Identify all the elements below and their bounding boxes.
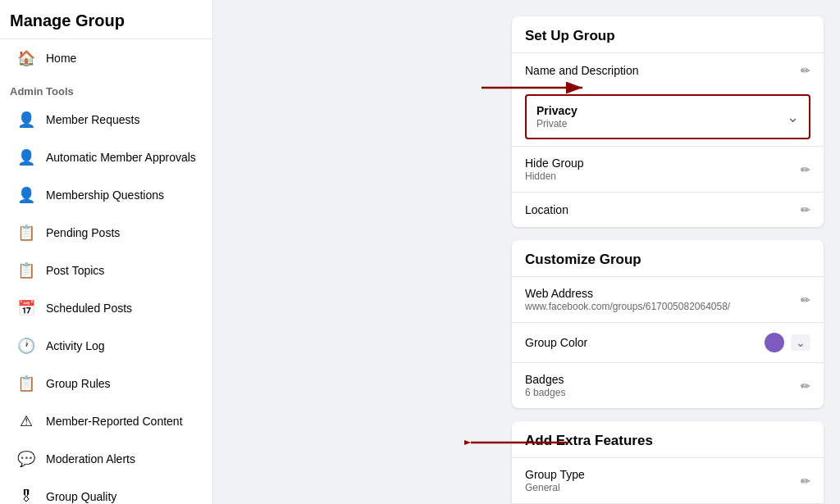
activity-log-icon: 🕐 <box>15 334 38 357</box>
badges-sublabel: 6 badges <box>525 387 565 398</box>
hide-group-label: Hide Group <box>525 157 584 170</box>
privacy-label: Privacy <box>536 104 578 117</box>
location-label: Location <box>525 203 568 216</box>
sidebar-item-pending-posts[interactable]: 📋 Pending Posts <box>5 215 208 251</box>
page-title: Manage Group <box>0 0 212 39</box>
sidebar-item-automatic-member-approvals[interactable]: 👤 Automatic Member Approvals <box>5 139 208 175</box>
arrow-right <box>477 75 592 100</box>
admin-tools-label: Admin Tools <box>0 77 212 101</box>
sidebar-item-member-requests[interactable]: 👤 Member Requests <box>5 102 208 138</box>
group-type-label: Group Type <box>525 468 585 481</box>
moderation-alerts-icon: 💬 <box>15 447 38 470</box>
sidebar-item-membership-questions[interactable]: 👤 Membership Questions <box>5 177 208 213</box>
privacy-chevron-icon <box>787 108 799 126</box>
customize-group-section: Customize Group Web Address www.facebook… <box>512 240 824 408</box>
reported-content-icon: ⚠ <box>15 410 38 433</box>
arrow-left <box>464 430 571 455</box>
sidebar-item-member-reported-content[interactable]: ⚠ Member-Reported Content <box>5 403 208 439</box>
location-row[interactable]: Location <box>512 192 824 227</box>
pending-posts-icon: 📋 <box>15 221 38 244</box>
badges-row[interactable]: Badges 6 badges <box>512 362 824 408</box>
privacy-row[interactable]: Privacy Private <box>525 94 810 139</box>
hide-group-sublabel: Hidden <box>525 170 584 182</box>
group-color-row[interactable]: Group Color ⌄ <box>512 322 824 362</box>
sidebar-item-group-rules[interactable]: 📋 Group Rules <box>5 366 208 402</box>
web-address-edit-icon <box>801 293 810 307</box>
hide-group-row[interactable]: Hide Group Hidden <box>512 146 824 192</box>
scheduled-posts-icon: 📅 <box>15 297 38 320</box>
hide-group-edit-icon <box>801 162 810 177</box>
sidebar: Manage Group 🏠 Home Admin Tools 👤 Member… <box>0 0 213 504</box>
web-address-row[interactable]: Web Address www.facebook.com/groups/6170… <box>512 276 824 322</box>
auto-approvals-icon: 👤 <box>15 146 38 169</box>
sidebar-item-post-topics[interactable]: 📋 Post Topics <box>5 252 208 288</box>
set-up-group-title: Set Up Group <box>512 16 824 52</box>
sidebar-item-label: Home <box>46 52 76 65</box>
group-color-label: Group Color <box>525 336 587 349</box>
group-type-sublabel: General <box>525 482 585 493</box>
group-rules-icon: 📋 <box>15 372 38 395</box>
color-swatch <box>765 333 784 352</box>
group-type-edit-icon <box>801 474 810 488</box>
color-dropdown[interactable]: ⌄ <box>791 334 810 351</box>
customize-group-title: Customize Group <box>512 240 824 276</box>
badges-edit-icon <box>801 379 810 393</box>
name-description-edit-icon <box>801 63 810 78</box>
main-content: Set Up Group Name and Description Privac… <box>213 0 840 504</box>
privacy-sublabel: Private <box>536 118 578 129</box>
sidebar-item-group-quality[interactable]: 🎖 Group Quality <box>5 479 208 504</box>
member-requests-icon: 👤 <box>15 108 38 131</box>
badges-label: Badges <box>525 373 565 386</box>
sidebar-item-scheduled-posts[interactable]: 📅 Scheduled Posts <box>5 290 208 326</box>
sidebar-item-activity-log[interactable]: 🕐 Activity Log <box>5 328 208 364</box>
membership-questions-icon: 👤 <box>15 184 38 207</box>
post-topics-icon: 📋 <box>15 259 38 282</box>
group-quality-icon: 🎖 <box>15 485 38 504</box>
location-edit-icon <box>801 202 810 217</box>
sidebar-item-home[interactable]: 🏠 Home <box>5 40 208 76</box>
color-action[interactable]: ⌄ <box>765 333 810 352</box>
set-up-group-section: Set Up Group Name and Description Privac… <box>512 16 824 227</box>
group-type-row[interactable]: Group Type General <box>512 457 824 503</box>
home-icon: 🏠 <box>15 47 38 70</box>
sidebar-item-moderation-alerts[interactable]: 💬 Moderation Alerts <box>5 441 208 477</box>
web-address-sublabel: www.facebook.com/groups/617005082064058/ <box>525 301 730 312</box>
web-address-label: Web Address <box>525 287 730 300</box>
